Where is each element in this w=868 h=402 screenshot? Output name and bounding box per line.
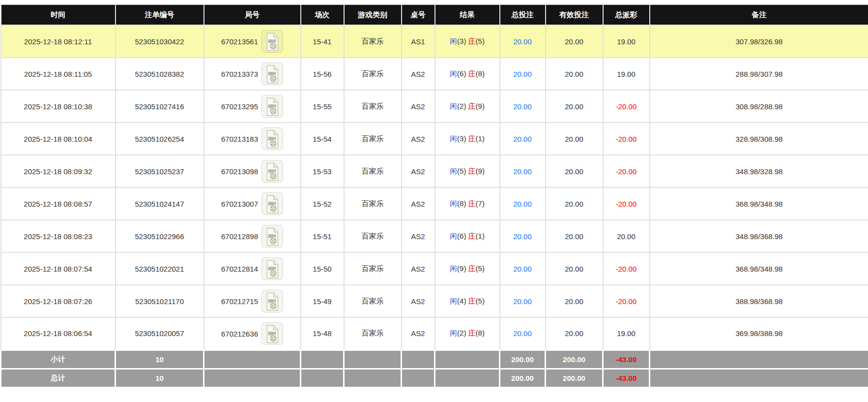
bet-record-row[interactable]: 2025-12-18 08:06:54523051020057670212636… — [1, 317, 868, 350]
cell-game-type: 百家乐 — [344, 90, 402, 123]
player-result-label: 闲 — [450, 264, 457, 273]
bet-record-row[interactable]: 2025-12-18 08:12:11523051030422670213561… — [1, 25, 868, 58]
cell-payout: -20.00 — [603, 90, 650, 123]
cell-time: 2025-12-18 08:08:23 — [1, 220, 116, 252]
cell-game-type: 百家乐 — [344, 220, 402, 252]
cell-payout: -20.00 — [603, 155, 650, 187]
bet-record-row[interactable]: 2025-12-18 08:07:54523051022021670212814… — [1, 252, 868, 285]
bet-record-row[interactable]: 2025-12-18 08:11:05523051028382670213373… — [1, 58, 868, 90]
cell-result: 闲(6) 庄(8) — [435, 58, 500, 90]
video-replay-icon[interactable] — [261, 160, 283, 183]
summary-valid-bet: 200.00 — [546, 350, 603, 369]
banker-result-score: (5) — [476, 37, 485, 45]
summary-valid-bet: 200.00 — [546, 369, 603, 387]
cell-table-no: AS2 — [402, 187, 435, 220]
cell-remark: 348.98/368.98 — [650, 220, 868, 252]
video-replay-icon[interactable] — [261, 322, 283, 345]
player-result-score: (6) — [457, 69, 466, 78]
round-number: 670213561 — [221, 37, 258, 46]
cell-time: 2025-12-18 08:09:32 — [1, 155, 116, 187]
cell-game-type: 百家乐 — [344, 252, 402, 285]
banker-result-score: (1) — [476, 232, 485, 240]
summary-remark — [650, 369, 868, 387]
cell-bet-id: 523051022021 — [116, 252, 204, 285]
player-result-label: 闲 — [450, 199, 457, 208]
cell-remark: 348.98/328.98 — [650, 155, 868, 187]
cell-payout: 19.00 — [603, 25, 650, 58]
cell-payout: -20.00 — [603, 123, 650, 155]
cell-result: 闲(2) 庄(9) — [435, 90, 500, 123]
cell-session: 15-48 — [301, 317, 344, 350]
player-result-label: 闲 — [450, 297, 457, 305]
cell-time: 2025-12-18 08:12:11 — [1, 25, 116, 58]
cell-session: 15-52 — [301, 187, 344, 220]
summary-empty-result — [435, 369, 500, 387]
summary-empty-round — [204, 350, 301, 369]
cell-result: 闲(8) 庄(7) — [435, 187, 500, 220]
bet-record-row[interactable]: 2025-12-18 08:10:38523051027416670213295… — [1, 90, 868, 123]
bet-record-row[interactable]: 2025-12-18 08:07:26523051021170670212715… — [1, 285, 868, 317]
cell-payout: -20.00 — [603, 187, 650, 220]
cell-game-type: 百家乐 — [344, 25, 402, 58]
banker-result-score: (5) — [476, 264, 485, 273]
video-replay-icon[interactable] — [261, 192, 283, 215]
cell-round-id: 670213098 — [204, 155, 301, 187]
column-header-total_bet: 总投注 — [500, 4, 546, 25]
player-result-label: 闲 — [450, 167, 457, 175]
round-number: 670213007 — [221, 200, 258, 208]
round-number: 670212715 — [221, 297, 258, 306]
bet-record-row[interactable]: 2025-12-18 08:08:23523051022966670212898… — [1, 220, 868, 252]
cell-payout: 19.00 — [603, 58, 650, 90]
cell-total-bet: 20.00 — [500, 90, 546, 123]
bet-record-row[interactable]: 2025-12-18 08:09:32523051025237670213098… — [1, 155, 868, 187]
cell-valid-bet: 20.00 — [546, 252, 603, 285]
cell-bet-id: 523051021170 — [116, 285, 204, 317]
player-result-score: (2) — [457, 102, 466, 110]
video-replay-icon[interactable] — [261, 95, 283, 118]
video-replay-icon[interactable] — [261, 62, 283, 85]
cell-round-id: 670212636 — [204, 317, 301, 350]
player-result-score: (6) — [457, 232, 466, 240]
video-replay-icon[interactable] — [261, 257, 283, 280]
bet-record-row[interactable]: 2025-12-18 08:10:04523051026254670213183… — [1, 123, 868, 155]
cell-session: 15-56 — [301, 58, 344, 90]
cell-valid-bet: 20.00 — [546, 187, 603, 220]
banker-result-score: (1) — [476, 134, 485, 143]
banker-result-score: (8) — [476, 69, 485, 78]
cell-valid-bet: 20.00 — [546, 90, 603, 123]
column-header-round_id: 局号 — [204, 4, 301, 25]
player-result-score: (9) — [457, 264, 466, 273]
cell-game-type: 百家乐 — [344, 317, 402, 350]
bet-record-row[interactable]: 2025-12-18 08:08:57523051024147670213007… — [1, 187, 868, 220]
summary-count: 10 — [116, 350, 204, 369]
banker-result-label: 庄 — [468, 134, 476, 143]
cell-total-bet: 20.00 — [500, 187, 546, 220]
summary-empty-round — [204, 369, 301, 387]
grand-total-row: 总计10200.00200.00-43.00 — [1, 369, 868, 387]
cell-payout: 19.00 — [603, 317, 650, 350]
table-header-row: 时间注单编号局号场次游戏类别桌号结果总投注有效投注总派彩备注 — [1, 4, 868, 25]
cell-session: 15-51 — [301, 220, 344, 252]
video-replay-icon[interactable] — [261, 127, 283, 150]
player-result-label: 闲 — [450, 134, 457, 143]
video-replay-icon[interactable] — [261, 225, 283, 247]
round-number: 670213098 — [221, 167, 258, 176]
player-result-label: 闲 — [450, 102, 457, 110]
column-header-valid_bet: 有效投注 — [546, 4, 603, 25]
cell-result: 闲(6) 庄(1) — [435, 220, 500, 252]
video-replay-icon[interactable] — [261, 290, 283, 312]
summary-label: 总计 — [1, 369, 116, 387]
cell-table-no: AS2 — [402, 58, 435, 90]
cell-time: 2025-12-18 08:11:05 — [1, 58, 116, 90]
cell-bet-id: 523051027416 — [116, 90, 204, 123]
cell-result: 闲(9) 庄(5) — [435, 252, 500, 285]
video-replay-icon[interactable] — [261, 30, 283, 53]
cell-valid-bet: 20.00 — [546, 317, 603, 350]
cell-table-no: AS2 — [402, 155, 435, 187]
cell-table-no: AS2 — [402, 90, 435, 123]
cell-total-bet: 20.00 — [500, 25, 546, 58]
banker-result-label: 庄 — [468, 102, 476, 110]
cell-round-id: 670213007 — [204, 187, 301, 220]
cell-round-id: 670212715 — [204, 285, 301, 317]
summary-payout: -43.00 — [603, 369, 650, 387]
